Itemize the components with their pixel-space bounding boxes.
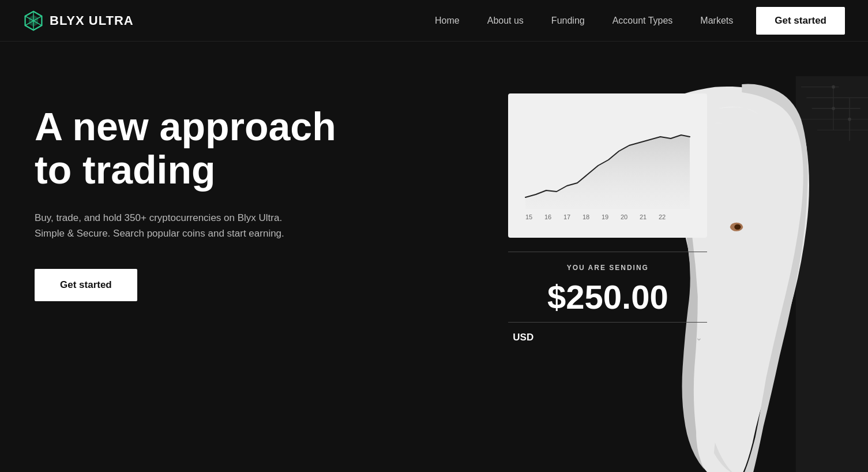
top-divider xyxy=(508,252,707,252)
nav-item-account-types[interactable]: Account Types xyxy=(613,16,673,26)
hero-section: A new approach to trading Buy, trade, an… xyxy=(0,42,868,472)
svg-text:20: 20 xyxy=(621,213,627,220)
hero-get-started-button[interactable]: Get started xyxy=(35,269,137,301)
nav-item-home[interactable]: Home xyxy=(435,16,460,26)
nav-item-funding[interactable]: Funding xyxy=(551,16,585,26)
sending-widget: YOU ARE SENDING $250.00 USD ⌄ xyxy=(508,252,707,343)
bottom-divider xyxy=(508,322,707,323)
nav-item-markets[interactable]: Markets xyxy=(700,16,733,26)
hero-widgets: 15 16 17 18 19 20 21 22 YOU ARE SENDING … xyxy=(382,88,833,343)
svg-text:21: 21 xyxy=(640,213,647,220)
hero-heading: A new approach to trading xyxy=(35,105,336,192)
sending-amount: $250.00 xyxy=(508,278,707,316)
hero-subtext: Buy, trade, and hold 350+ cryptocurrenci… xyxy=(35,210,311,241)
currency-label: USD xyxy=(513,332,533,343)
brand-name: BLYX ULTRA xyxy=(50,13,134,28)
navbar: BLYX ULTRA Home About us Funding Account… xyxy=(0,0,868,42)
nav-item-about[interactable]: About us xyxy=(487,16,524,26)
svg-text:18: 18 xyxy=(583,213,589,220)
logo[interactable]: BLYX ULTRA xyxy=(23,10,134,31)
svg-text:17: 17 xyxy=(563,213,570,220)
hero-text: A new approach to trading Buy, trade, an… xyxy=(35,88,336,301)
price-chart: 15 16 17 18 19 20 21 22 xyxy=(508,93,707,238)
nav-get-started-button[interactable]: Get started xyxy=(756,7,845,35)
currency-selector[interactable]: USD ⌄ xyxy=(508,332,707,343)
sending-label: YOU ARE SENDING xyxy=(508,264,707,272)
chart-svg: 15 16 17 18 19 20 21 22 xyxy=(520,105,696,220)
svg-text:16: 16 xyxy=(544,213,551,220)
nav-links: Home About us Funding Account Types Mark… xyxy=(435,16,733,26)
svg-text:19: 19 xyxy=(602,213,608,220)
chevron-down-icon: ⌄ xyxy=(696,333,702,342)
svg-text:15: 15 xyxy=(525,213,532,220)
svg-point-23 xyxy=(848,118,851,121)
svg-text:22: 22 xyxy=(659,213,666,220)
brand-logo-icon xyxy=(23,10,44,31)
